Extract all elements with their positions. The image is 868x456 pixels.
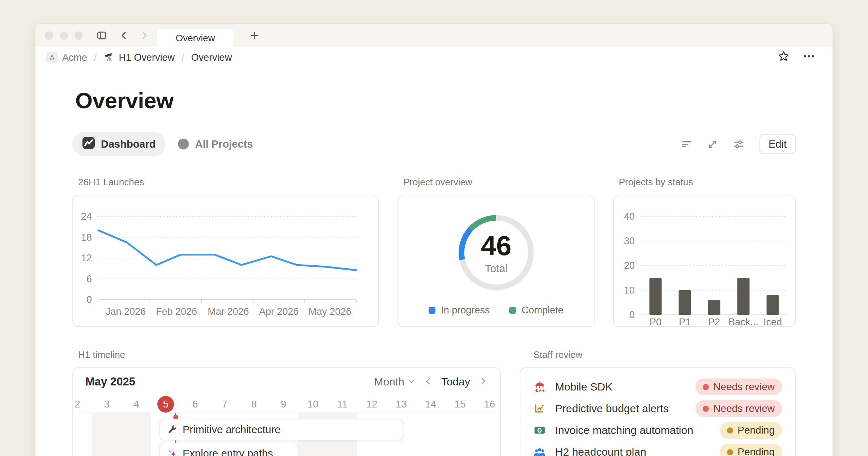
chart-up-icon (533, 403, 548, 414)
sliders-icon[interactable] (731, 136, 746, 152)
project-overview-title: Project overview (403, 177, 595, 187)
svg-text:Mar 2026: Mar 2026 (208, 306, 249, 317)
timeline-today-badge[interactable]: 5 (157, 396, 174, 413)
status-badge-label: Pending (737, 446, 775, 456)
staff-item-label: H2 headcount plan (555, 446, 646, 456)
staff-review-row[interactable]: Invoice matching automationPending (533, 419, 782, 441)
launches-chart-title: 26H1 Launches (78, 177, 379, 187)
wrench-icon (167, 424, 178, 435)
edit-button[interactable]: Edit (760, 134, 796, 154)
timeline-event-label: Explore entry paths (183, 448, 273, 456)
chevron-down-icon (407, 376, 416, 388)
tab-label: Overview (176, 33, 215, 44)
status-badge[interactable]: Needs review (695, 379, 782, 395)
launches-line-chart: 06121824Jan 2026Feb 2026Mar 2026Apr 2026… (72, 195, 379, 327)
svg-text:0: 0 (86, 294, 92, 305)
timeline-today-button[interactable]: Today (441, 376, 470, 388)
timeline-next-icon[interactable] (478, 376, 488, 388)
status-badge-label: Needs review (713, 381, 775, 393)
carousel-icon (533, 381, 548, 393)
timeline-date: 6 (181, 396, 210, 413)
minimize-window-button[interactable] (60, 31, 68, 40)
timeline-event[interactable]: Explore entry paths (159, 443, 298, 456)
status-dot (727, 449, 733, 455)
legend-item: Complete (509, 305, 563, 316)
view-tab-all-projects[interactable]: All Projects (178, 138, 253, 150)
forward-icon[interactable] (139, 30, 150, 42)
svg-text:12: 12 (81, 253, 92, 263)
timeline-date-row: 2345678910111213141516 (73, 396, 500, 413)
status-badge[interactable]: Needs review (695, 400, 782, 417)
banknote-icon (533, 424, 548, 436)
timeline-month-label: May 2025 (85, 375, 135, 388)
zoom-window-button[interactable] (75, 31, 83, 40)
donut-total-value: 46 (481, 230, 512, 261)
status-badge-label: Needs review (713, 403, 775, 414)
timeline-view-mode-dropdown[interactable]: Month (374, 376, 416, 388)
breadcrumb-workspace[interactable]: A Acme (46, 52, 87, 63)
timeline-date: 15 (446, 396, 475, 413)
svg-text:10: 10 (624, 285, 635, 296)
weekend-shading (92, 413, 151, 456)
close-window-button[interactable] (45, 31, 53, 40)
expand-icon[interactable] (705, 136, 720, 152)
view-tab-label: All Projects (195, 138, 253, 150)
svg-text:P1: P1 (679, 317, 691, 326)
timeline-body: Primitive architectureExplore entry path… (73, 413, 500, 456)
svg-text:P2: P2 (708, 317, 720, 326)
circle-icon (178, 139, 189, 149)
timeline-date: 11 (328, 396, 357, 413)
sparkle-icon (167, 448, 178, 456)
projects-by-status-bar-chart: 010203040P0P1P2Back...Iced (613, 195, 796, 327)
workspace-name: Acme (62, 52, 87, 63)
timeline-date: 14 (416, 396, 445, 413)
app-window: Overview A Acme / H1 Overview / Overview… (35, 24, 833, 456)
timeline-date: 3 (92, 396, 121, 413)
breadcrumb-separator: / (180, 52, 186, 63)
view-tab-dashboard[interactable]: Dashboard (72, 132, 166, 156)
parent-page-name: H1 Overview (119, 52, 175, 63)
new-tab-icon[interactable] (249, 30, 260, 42)
more-options-icon[interactable] (803, 50, 815, 65)
staff-item-label: Predictive budget alerts (555, 402, 669, 415)
bar-chart-canvas: 010203040P0P1P2Back...Iced (614, 195, 795, 326)
projects-by-status-title: Projects by status (619, 177, 796, 187)
svg-text:Iced: Iced (763, 317, 782, 326)
staff-review-row[interactable]: Mobile SDKNeeds review (533, 376, 782, 398)
svg-text:30: 30 (624, 236, 635, 246)
workspace-initial-badge: A (46, 52, 58, 63)
sidebar-toggle-icon[interactable] (96, 30, 107, 42)
timeline-prev-icon[interactable] (424, 376, 433, 388)
favorite-star-icon[interactable] (777, 50, 790, 66)
timeline-date: 7 (210, 396, 239, 413)
timeline-date: 2 (72, 396, 92, 413)
project-overview-donut-chart: 46Total In progressComplete (397, 195, 595, 327)
svg-text:24: 24 (81, 211, 92, 222)
breadcrumb-parent-page[interactable]: H1 Overview (104, 51, 175, 64)
staff-review-row[interactable]: H2 headcount planPending (533, 441, 782, 456)
donut-total-label: Total (485, 262, 507, 274)
legend-label: In progress (441, 305, 490, 316)
timeline-title: H1 timeline (78, 349, 501, 360)
timeline-event[interactable]: Primitive architecture (159, 419, 403, 440)
window-controls (45, 24, 83, 47)
tab-overview[interactable]: Overview (157, 29, 234, 47)
filter-icon[interactable] (678, 136, 694, 152)
staff-item-label: Mobile SDK (555, 381, 612, 393)
staff-review-row[interactable]: Predictive budget alertsNeeds review (533, 398, 782, 419)
breadcrumb: A Acme / H1 Overview / Overview (35, 47, 833, 68)
dashboard-icon (82, 137, 95, 152)
status-badge[interactable]: Pending (720, 422, 782, 439)
svg-text:40: 40 (624, 211, 635, 222)
svg-text:May 2026: May 2026 (309, 306, 352, 317)
svg-text:P0: P0 (650, 317, 661, 326)
back-icon[interactable] (119, 30, 129, 42)
timeline-date: 10 (298, 396, 327, 413)
status-badge[interactable]: Pending (720, 444, 782, 456)
status-dot (703, 384, 709, 390)
staff-review-card: Mobile SDKNeeds reviewPredictive budget … (520, 367, 796, 456)
timeline-event-label: Primitive architecture (183, 424, 281, 436)
status-badge-label: Pending (737, 425, 775, 436)
svg-text:20: 20 (624, 260, 635, 271)
breadcrumb-current-page[interactable]: Overview (191, 52, 232, 63)
